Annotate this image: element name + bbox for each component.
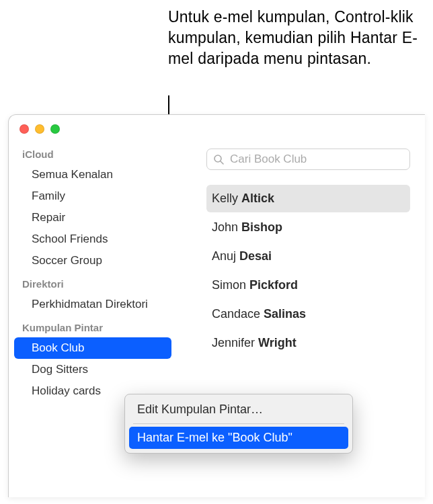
context-menu: Edit Kumpulan Pintar… Hantar E-mel ke "B… [124,394,353,454]
contact-row[interactable]: Jennifer Wright [206,329,410,357]
minimize-window-button[interactable] [35,124,44,134]
contacts-window: iCloud Semua Kenalan Family Repair Schoo… [8,114,425,497]
contact-last-name: Bishop [241,220,282,234]
window-controls [9,115,425,140]
contact-first-name: John [212,220,238,234]
contact-first-name: Simon [212,278,246,292]
contact-last-name: Altick [241,192,274,205]
sidebar-section-header: iCloud [9,142,177,164]
sidebar-section-header: Direktori [9,271,177,294]
contact-row[interactable]: Anuj Desai [206,243,410,270]
contact-first-name: Jennifer [212,336,255,349]
sidebar-item-all-contacts[interactable]: Semua Kenalan [9,164,177,185]
contact-row[interactable]: Candace Salinas [206,300,410,328]
contact-last-name: Pickford [249,278,298,292]
help-callout-text: Untuk e-mel kumpulan, Control-klik kumpu… [168,7,433,69]
contact-last-name: Salinas [264,307,306,321]
contact-last-name: Desai [239,249,272,263]
zoom-window-button[interactable] [50,124,60,134]
sidebar-item-directory-services[interactable]: Perkhidmatan Direktori [9,294,177,315]
contact-row[interactable]: Kelly Altick [206,185,410,212]
contact-row[interactable]: John Bishop [206,214,410,241]
close-window-button[interactable] [19,124,29,134]
contact-first-name: Anuj [212,249,236,263]
contact-first-name: Kelly [212,192,238,205]
sidebar-item-soccer-group[interactable]: Soccer Group [9,250,177,271]
sidebar-item-family[interactable]: Family [9,185,177,207]
contact-row[interactable]: Simon Pickford [206,271,410,299]
search-container [206,149,410,170]
sidebar-item-dog-sitters[interactable]: Dog Sitters [9,359,177,380]
contact-first-name: Candace [212,307,260,321]
menu-item-edit-smart-group[interactable]: Edit Kumpulan Pintar… [129,398,348,421]
menu-separator [133,423,344,424]
contact-last-name: Wright [258,336,297,349]
search-input[interactable] [206,149,410,170]
sidebar-item-repair[interactable]: Repair [9,207,177,228]
sidebar-section-header: Kumpulan Pintar [9,315,177,337]
menu-item-send-email[interactable]: Hantar E-mel ke "Book Club" [129,427,348,449]
sidebar-item-book-club[interactable]: Book Club [14,337,171,359]
contact-list: Kelly Altick John Bishop Anuj Desai Simo… [177,185,425,357]
sidebar-item-school-friends[interactable]: School Friends [9,228,177,250]
